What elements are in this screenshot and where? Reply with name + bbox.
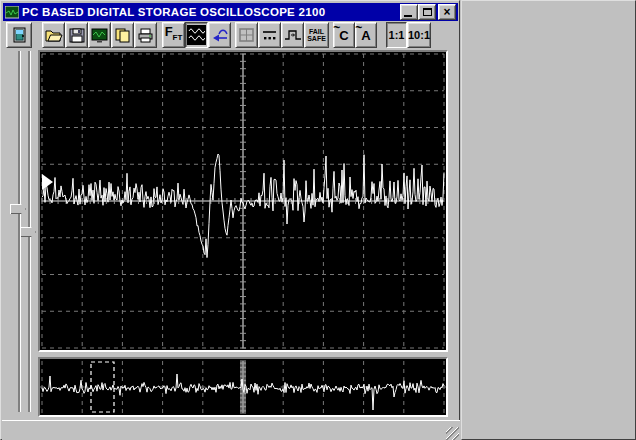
minimize-button[interactable]	[400, 4, 418, 20]
control-panel-window: Control × File Help Horizontal MODE AUTO…	[461, 0, 636, 440]
maximize-icon	[423, 8, 432, 16]
dual-wave-icon	[187, 25, 206, 45]
minimize-icon	[404, 15, 412, 17]
preview-scope-canvas	[40, 359, 446, 415]
window-title: PC BASED DIGITAL STORAGE OSCILLOSCOPE 21…	[22, 6, 325, 18]
cursor-dots-button[interactable]	[258, 22, 281, 48]
main-window: PC BASED DIGITAL STORAGE OSCILLOSCOPE 21…	[0, 0, 460, 440]
fail-safe-button[interactable]: FAIL SAFE	[304, 22, 329, 48]
exit-button[interactable]	[6, 22, 32, 48]
grid-toggle-button[interactable]	[235, 22, 258, 48]
probe-10-1-label: 10:1	[408, 29, 430, 41]
fail-safe-label: FAIL SAFE	[307, 28, 326, 42]
crt-screen-icon	[91, 28, 108, 43]
coupling-c-button[interactable]: ~C	[333, 22, 355, 48]
main-titlebar: PC BASED DIGITAL STORAGE OSCILLOSCOPE 21…	[3, 3, 458, 21]
trigger-edge-button[interactable]	[281, 22, 304, 48]
maximize-button[interactable]	[418, 4, 436, 20]
fft-label: FFT	[165, 27, 183, 43]
open-button[interactable]	[42, 22, 65, 48]
probe-1-1-label: 1:1	[389, 29, 405, 41]
probe-10-1-button[interactable]: 10:1	[407, 22, 431, 48]
fft-button[interactable]: FFT	[162, 22, 185, 48]
grid-icon	[238, 27, 255, 43]
main-scope-display	[38, 50, 448, 352]
save-button[interactable]	[65, 22, 88, 48]
ac-a-label: ~A	[361, 28, 370, 43]
printer-icon	[137, 28, 154, 43]
app-icon	[5, 6, 19, 19]
display-capture-button[interactable]	[88, 22, 111, 48]
print-button[interactable]	[134, 22, 157, 48]
ch-b-position-slider[interactable]	[20, 227, 36, 237]
resize-grip[interactable]	[446, 427, 459, 440]
waveform-mode-button[interactable]	[185, 22, 208, 48]
ac-c-label: ~C	[339, 28, 348, 43]
main-scope-canvas	[40, 52, 446, 350]
probe-1-1-button[interactable]: 1:1	[386, 22, 407, 48]
dotted-line-icon	[261, 28, 278, 42]
exit-door-icon	[10, 27, 28, 44]
copy-notes-button[interactable]	[111, 22, 134, 48]
square-wave-icon	[284, 28, 302, 42]
close-icon: ×	[443, 7, 450, 17]
preview-scope-display	[38, 357, 448, 417]
open-folder-icon	[45, 28, 63, 43]
ch-a-position-slider[interactable]	[10, 204, 26, 214]
recall-wave-button[interactable]	[208, 22, 231, 48]
save-floppy-icon	[69, 28, 85, 43]
coupling-a-button[interactable]: ~A	[355, 22, 377, 48]
notes-icon	[114, 28, 131, 43]
wave-arrow-icon	[211, 28, 229, 43]
close-button[interactable]: ×	[438, 4, 456, 20]
status-bar	[2, 420, 460, 440]
